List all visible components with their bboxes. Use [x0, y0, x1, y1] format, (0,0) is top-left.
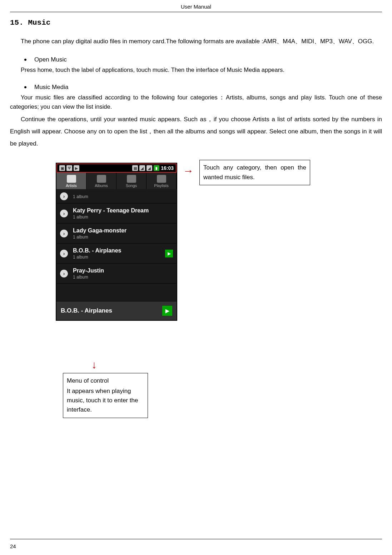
figure-area: ▣ Ψ ▶ ▤ ◢ ◢ ▮ 16:03 Artists Albums — [10, 159, 382, 438]
bullet-title: Music Media — [34, 84, 68, 91]
chevron-right-icon: › — [60, 210, 68, 217]
battery-icon: ▮ — [154, 165, 159, 171]
sim-icon: ▤ — [132, 165, 138, 171]
chevron-right-icon: › — [60, 250, 68, 257]
tab-label: Albums — [95, 183, 108, 188]
artists-icon — [67, 175, 76, 183]
bullet-dot-icon — [24, 59, 26, 61]
play-icon[interactable]: ▶ — [162, 306, 172, 316]
list-item[interactable]: › 1 album — [56, 189, 177, 203]
music-tabs: Artists Albums Songs Playlists — [56, 173, 177, 189]
intro-paragraph: The phone can play digital audio files i… — [10, 37, 382, 46]
intro-text: The phone can play digital audio files i… — [21, 38, 374, 45]
play-indicator-icon: ▶ — [165, 250, 173, 257]
callout-nowplaying: Menu of control It appears when playing … — [63, 373, 148, 418]
tab-label: Songs — [126, 183, 137, 188]
artist-name: B.O.B. - Airplanes — [73, 247, 121, 254]
bullet-para: Press home, touch the label of applicati… — [10, 65, 382, 75]
artist-name: Katy Perry - Teenage Dream — [73, 207, 149, 214]
arrow-right-icon: → — [183, 165, 194, 177]
doc-header: User Manual — [10, 0, 382, 12]
bullet-music-media: Music Media Your music files are classif… — [10, 84, 382, 150]
tab-albums[interactable]: Albums — [86, 173, 116, 189]
callout-tabs: Touch any category, then open the wanted… — [199, 160, 310, 185]
signal-icon: ◢ — [139, 165, 145, 171]
now-playing-title: B.O.B. - Airplanes — [61, 307, 112, 314]
bullet-para: Continue the operations, until your want… — [10, 113, 382, 150]
songs-icon — [127, 175, 136, 183]
list-item[interactable]: › Lady Gaga-monster 1 album — [56, 224, 177, 244]
albums-icon — [97, 175, 106, 183]
chevron-right-icon: › — [60, 230, 68, 237]
callout-body: It appears when playing music, touch it … — [67, 387, 144, 415]
list-item[interactable]: › Pray-Justin 1 album — [56, 264, 177, 284]
list-item[interactable]: › Katy Perry - Teenage Dream 1 album — [56, 203, 177, 224]
empty-row — [56, 284, 177, 301]
artist-sub: 1 album — [73, 194, 88, 199]
chevron-right-icon: › — [60, 192, 68, 200]
footer-rule — [10, 539, 382, 539]
tab-artists[interactable]: Artists — [56, 173, 86, 189]
status-icon: ▣ — [59, 165, 65, 171]
artist-sub: 1 album — [73, 275, 104, 280]
status-bar: ▣ Ψ ▶ ▤ ◢ ◢ ▮ 16:03 — [56, 163, 177, 173]
tab-playlists[interactable]: Playlists — [147, 173, 177, 189]
section-heading: 15. Music — [10, 19, 382, 27]
bullet-open-music: Open Music Press home, touch the label o… — [10, 56, 382, 75]
tab-label: Playlists — [154, 183, 168, 188]
bullet-para: Your music files are classified accordin… — [10, 93, 382, 111]
chevron-right-icon: › — [60, 270, 68, 278]
artist-sub: 1 album — [73, 215, 149, 220]
status-time: 16:03 — [161, 165, 174, 171]
artist-sub: 1 album — [73, 255, 121, 260]
bullet-title: Open Music — [34, 56, 67, 63]
tab-label: Artists — [66, 183, 77, 188]
list-item[interactable]: › B.O.B. - Airplanes 1 album ▶ — [56, 244, 177, 264]
signal-icon: ◢ — [147, 165, 152, 171]
page-number: 24 — [10, 543, 16, 549]
artist-sub: 1 album — [73, 235, 126, 240]
tab-songs[interactable]: Songs — [116, 173, 147, 189]
callout-title: Menu of control — [67, 376, 144, 385]
arrow-down-icon: ↓ — [91, 359, 97, 371]
now-playing-bar[interactable]: B.O.B. - Airplanes ▶ — [56, 301, 177, 320]
bullet-dot-icon — [24, 86, 26, 88]
play-icon: ▶ — [74, 165, 79, 171]
body-list: Open Music Press home, touch the label o… — [10, 56, 382, 150]
usb-icon: Ψ — [66, 165, 72, 171]
artist-name: Lady Gaga-monster — [73, 227, 126, 234]
phone-screenshot: ▣ Ψ ▶ ▤ ◢ ◢ ▮ 16:03 Artists Albums — [56, 163, 177, 321]
artist-name: Pray-Justin — [73, 267, 104, 274]
playlists-icon — [157, 175, 166, 183]
